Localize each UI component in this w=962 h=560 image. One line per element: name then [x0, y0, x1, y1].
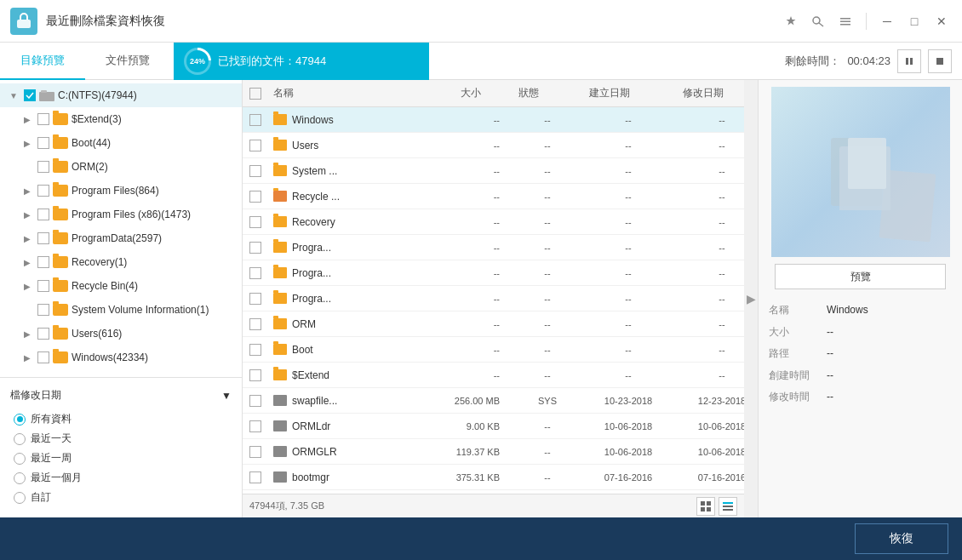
checkbox-0[interactable] [37, 113, 49, 125]
file-row-8[interactable]: ORM -- -- -- -- [243, 311, 744, 337]
checkbox-5[interactable] [37, 232, 49, 244]
checkbox-row-10[interactable] [249, 369, 261, 381]
checkbox-row-1[interactable] [249, 140, 261, 151]
preview-button[interactable]: 預覽 [775, 264, 946, 289]
tree-item-2[interactable]: ▶ ORM(2) [0, 155, 242, 179]
expand-icon-0[interactable]: ▶ [20, 115, 34, 124]
row-created-12: 10-06-2018 [581, 421, 675, 431]
radio-month[interactable] [14, 472, 26, 484]
file-row-10[interactable]: $Extend -- -- -- -- [243, 363, 744, 388]
file-row-13[interactable]: ORMGLR 119.37 KB -- 10-06-2018 10-06-201… [243, 439, 744, 465]
file-row-6[interactable]: Progra... -- -- -- -- [243, 260, 744, 286]
tab-files[interactable]: 文件預覽 [85, 43, 170, 80]
checkbox-8[interactable] [37, 304, 49, 316]
tree-item-root[interactable]: ▼ C:(NTFS)(47944) [0, 83, 242, 107]
checkbox-row-12[interactable] [249, 420, 261, 432]
checkbox-row-5[interactable] [249, 242, 261, 254]
minimize-button[interactable]: ─ [877, 11, 897, 31]
radio-all[interactable] [14, 414, 26, 426]
expand-icon-10[interactable]: ▶ [20, 353, 34, 363]
checkbox-row-3[interactable] [249, 191, 261, 203]
tree-item-3[interactable]: ▶ Program Files(864) [0, 179, 242, 203]
filter-option-3[interactable]: 最近一個月 [14, 468, 228, 488]
file-row-1[interactable]: Users -- -- -- -- [243, 133, 744, 158]
check-all[interactable] [249, 88, 261, 100]
row-status-13: -- [513, 447, 581, 457]
checkbox-2[interactable] [37, 161, 49, 173]
panel-arrow[interactable]: ▶ [744, 80, 758, 517]
filter-option-0[interactable]: 所有資料 [14, 409, 228, 429]
file-row-3[interactable]: Recycle ... -- -- -- -- [243, 184, 744, 209]
tree-item-8[interactable]: ▶ System Volume Information(1) [0, 298, 242, 322]
checkbox-row-8[interactable] [249, 318, 261, 330]
expand-icon-4[interactable]: ▶ [20, 210, 34, 220]
expand-icon[interactable]: ▼ [7, 91, 20, 100]
key-button[interactable] [808, 11, 828, 31]
checkbox-10[interactable] [37, 351, 49, 363]
file-row-7[interactable]: Progra... -- -- -- -- [243, 286, 744, 311]
checkbox-row-6[interactable] [249, 267, 261, 279]
checkbox-7[interactable] [37, 280, 49, 292]
tree-item-4[interactable]: ▶ Program Files (x86)(1473) [0, 203, 242, 226]
filter-option-1[interactable]: 最近一天 [14, 429, 228, 449]
expand-icon-7[interactable]: ▶ [20, 282, 34, 291]
checkbox-3[interactable] [37, 185, 49, 197]
list-view-button[interactable] [719, 497, 737, 516]
checkbox-row-14[interactable] [249, 471, 261, 483]
checkbox-4[interactable] [37, 209, 49, 220]
tree-item-0[interactable]: ▶ $Extend(3) [0, 107, 242, 131]
row-created-0: -- [581, 115, 675, 125]
radio-day[interactable] [14, 433, 26, 445]
checkbox-row-9[interactable] [249, 344, 261, 356]
progress-percent: 24% [186, 50, 209, 72]
checkbox-9[interactable] [37, 328, 49, 340]
menu-button[interactable] [835, 11, 856, 31]
file-row-9[interactable]: Boot -- -- -- -- [243, 337, 744, 363]
checkbox-row-0[interactable] [249, 114, 261, 126]
tree-item-9[interactable]: ▶ Users(616) [0, 322, 242, 346]
file-row-4[interactable]: Recovery -- -- -- -- [243, 209, 744, 235]
tab-directory[interactable]: 目錄預覽 [0, 43, 85, 80]
expand-icon-9[interactable]: ▶ [20, 329, 34, 339]
checkbox-row-13[interactable] [249, 446, 261, 458]
folder-icon-8 [53, 304, 68, 316]
tree-item-7[interactable]: ▶ Recycle Bin(4) [0, 274, 242, 298]
tree-item-10[interactable]: ▶ Windows(42334) [0, 346, 242, 369]
tree-item-6[interactable]: ▶ Recovery(1) [0, 250, 242, 274]
expand-icon-6[interactable]: ▶ [20, 258, 34, 267]
checkbox-root[interactable] [24, 89, 36, 101]
expand-icon-5[interactable]: ▶ [20, 234, 34, 243]
checkbox-row-2[interactable] [249, 165, 261, 177]
pause-button[interactable] [897, 49, 921, 73]
svg-rect-9 [41, 90, 47, 93]
checkbox-row-4[interactable] [249, 216, 261, 228]
close-button[interactable]: ✕ [931, 11, 952, 31]
filter-option-label-4: 自訂 [31, 490, 51, 505]
tree-item-1[interactable]: ▶ Boot(44) [0, 131, 242, 155]
checkbox-6[interactable] [37, 256, 49, 268]
expand-icon-3[interactable]: ▶ [20, 186, 34, 196]
grid-view-button[interactable] [696, 497, 715, 516]
radio-custom[interactable] [14, 492, 26, 504]
recover-button[interactable]: 恢復 [855, 523, 948, 554]
radio-week[interactable] [14, 453, 26, 465]
row-name-12: ORMLdr [292, 420, 428, 432]
maximize-button[interactable]: □ [904, 11, 925, 31]
filter-option-4[interactable]: 自訂 [14, 488, 228, 507]
checkbox-row-11[interactable] [249, 395, 261, 407]
expand-icon-1[interactable]: ▶ [20, 139, 34, 148]
file-row-11[interactable]: swapfile... 256.00 MB SYS 10-23-2018 12-… [243, 388, 744, 414]
filter-title[interactable]: 檔修改日期 ▼ [7, 385, 235, 406]
svg-rect-4 [840, 24, 850, 26]
file-row-5[interactable]: Progra... -- -- -- -- [243, 235, 744, 260]
file-row-0[interactable]: Windows -- -- -- -- [243, 107, 744, 133]
stop-button[interactable] [928, 49, 952, 73]
checkbox-row-7[interactable] [249, 293, 261, 305]
tree-item-5[interactable]: ▶ ProgramData(2597) [0, 226, 242, 250]
checkbox-1[interactable] [37, 137, 49, 149]
file-row-14[interactable]: bootmgr 375.31 KB -- 07-16-2016 07-16-20… [243, 465, 744, 490]
pin-button[interactable] [781, 11, 801, 31]
file-row-2[interactable]: System ... -- -- -- -- [243, 158, 744, 184]
file-row-12[interactable]: ORMLdr 9.00 KB -- 10-06-2018 10-06-2018 [243, 414, 744, 439]
filter-option-2[interactable]: 最近一周 [14, 449, 228, 468]
